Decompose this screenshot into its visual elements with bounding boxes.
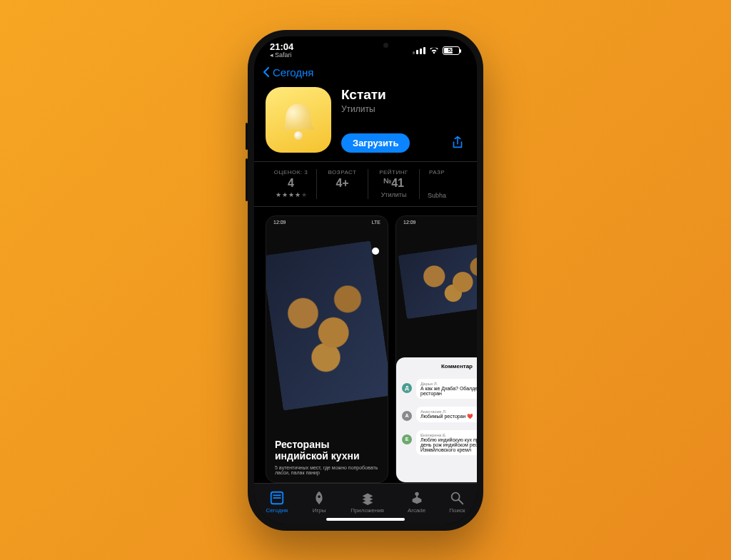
status-time: 21:04 <box>270 42 293 51</box>
bell-icon <box>280 101 317 138</box>
back-label: Сегодня <box>273 66 314 78</box>
svg-rect-2 <box>273 497 281 499</box>
get-button[interactable]: Загрузить <box>341 133 410 153</box>
apps-icon <box>360 490 375 506</box>
svg-rect-1 <box>273 494 281 496</box>
comments-sheet: Комментар 25 апреля Д Дарья Л.А как же Д… <box>396 357 477 482</box>
food-image <box>398 240 477 319</box>
avatar: А <box>402 411 412 421</box>
phone-frame: 21:04 ◂ Safari 53 Сегодня <box>248 30 483 531</box>
avatar: Е <box>402 434 412 444</box>
info-chart: РЕЙТИНГ №41 Утилиты <box>368 169 420 199</box>
app-icon <box>266 87 331 153</box>
arcade-icon <box>409 490 425 506</box>
share-button[interactable] <box>450 135 465 151</box>
avatar: Д <box>402 383 412 393</box>
home-indicator[interactable] <box>326 518 405 521</box>
rocket-icon <box>311 490 327 506</box>
info-ratings: ОЦЕНОК: 3 4 ★★★★★ <box>266 169 317 199</box>
screenshot-2[interactable]: 12:09 Комментар 25 апреля Д Дарья Л.А ка… <box>395 215 477 483</box>
info-strip[interactable]: ОЦЕНОК: 3 4 ★★★★★ ВОЗРАСТ 4+ РЕЙТИНГ №41… <box>254 161 477 207</box>
app-subtitle: Утилиты <box>341 104 465 114</box>
screenshots-row[interactable]: 12:09LTE Рестораныиндийской кухни 5 ауте… <box>254 207 477 483</box>
back-to-app[interactable]: ◂ Safari <box>270 52 293 58</box>
info-age: ВОЗРАСТ 4+ <box>317 169 368 199</box>
search-icon <box>449 490 465 506</box>
tab-games[interactable]: Игры <box>311 490 327 514</box>
tab-today[interactable]: Сегодня <box>266 490 288 514</box>
app-title: Кстати <box>341 87 465 103</box>
chevron-left-icon <box>263 66 270 78</box>
cellular-icon <box>413 47 425 54</box>
tab-arcade[interactable]: Arcade <box>408 490 425 514</box>
info-developer: РАЗР Subha <box>420 169 454 199</box>
svg-line-4 <box>459 499 463 504</box>
wifi-icon <box>429 47 439 54</box>
today-icon <box>269 490 285 506</box>
back-button[interactable]: Сегодня <box>263 66 314 78</box>
svg-point-3 <box>452 492 460 500</box>
tab-apps[interactable]: Приложения <box>351 490 384 514</box>
nav-bar: Сегодня <box>254 65 477 83</box>
status-icons: 53 <box>413 46 460 55</box>
app-header: Кстати Утилиты Загрузить <box>254 83 477 161</box>
tab-search[interactable]: Поиск <box>449 490 465 514</box>
close-icon <box>372 248 379 255</box>
screenshot-1[interactable]: 12:09LTE Рестораныиндийской кухни 5 ауте… <box>266 215 388 483</box>
screen: 21:04 ◂ Safari 53 Сегодня <box>254 36 477 524</box>
share-icon <box>450 135 465 151</box>
notch <box>318 36 413 55</box>
battery-icon: 53 <box>443 46 460 55</box>
chevron-left-icon: ◂ <box>270 52 273 58</box>
stars-icon: ★★★★★ <box>271 191 311 198</box>
food-image <box>266 240 388 410</box>
